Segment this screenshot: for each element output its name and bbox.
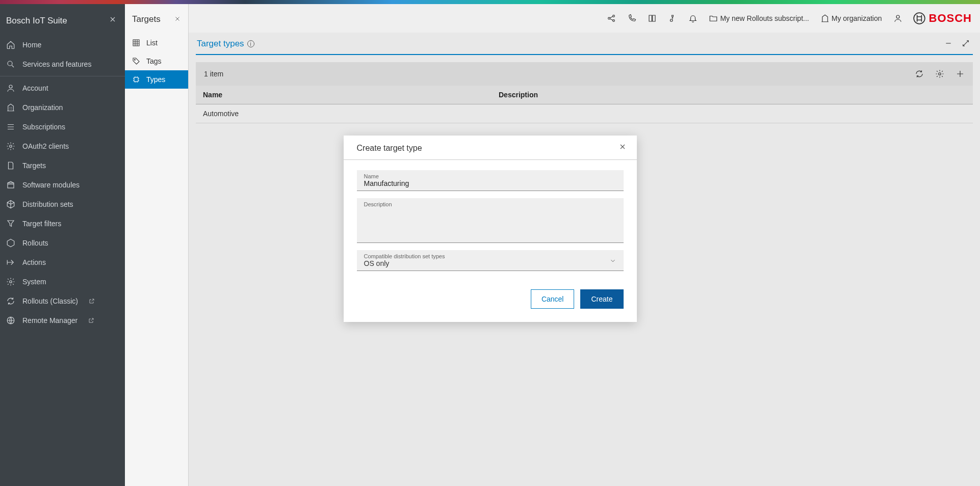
grid-icon	[132, 39, 140, 47]
filter-icon	[6, 219, 15, 228]
brand-stripe	[0, 0, 980, 4]
table-header: Name Description	[196, 86, 973, 104]
sidebar-item-label: Software modules	[22, 181, 80, 189]
description-label: Description	[364, 201, 616, 207]
subpanel-item-types[interactable]: Types	[125, 70, 188, 89]
tag-icon	[132, 57, 140, 65]
sidebar-item-subscriptions[interactable]: Subscriptions	[0, 117, 125, 137]
name-input[interactable]	[364, 179, 616, 187]
sidebar-item-label: Target filters	[22, 220, 61, 228]
sidebar-item-oauth[interactable]: OAuth2 clients	[0, 137, 125, 156]
col-description[interactable]: Description	[492, 86, 973, 104]
subpanel-close-icon[interactable]	[174, 15, 181, 24]
user-menu-icon[interactable]	[889, 11, 907, 26]
col-name[interactable]: Name	[196, 86, 492, 104]
description-field-wrapper: Description	[357, 198, 624, 243]
modal-close-icon[interactable]	[618, 143, 627, 153]
sidebar-item-label: Targets	[22, 161, 46, 170]
sidebar-item-actions[interactable]: Actions	[0, 253, 125, 272]
subpanel-title: Targets	[132, 14, 161, 24]
cube-icon	[6, 200, 15, 209]
svg-rect-3	[8, 183, 14, 188]
types-table: Name Description Automotive	[196, 86, 973, 123]
sidebar-item-label: Actions	[22, 258, 46, 266]
subpanel-item-list[interactable]: List	[125, 34, 188, 52]
sidebar-item-services[interactable]: Services and features	[0, 55, 125, 74]
sidebar-item-target-filters[interactable]: Target filters	[0, 214, 125, 233]
cube-icon	[6, 238, 15, 248]
list-icon	[6, 122, 15, 131]
modal-title: Create target type	[357, 144, 422, 153]
sidebar-item-label: Subscriptions	[22, 123, 65, 131]
sidebar-item-targets[interactable]: Targets	[0, 156, 125, 175]
phone-icon[interactable]	[623, 11, 640, 26]
divider	[0, 76, 125, 76]
search-icon	[6, 60, 15, 69]
sidebar-item-distribution-sets[interactable]: Distribution sets	[0, 195, 125, 214]
gear-icon	[6, 142, 15, 151]
svg-point-1	[9, 85, 12, 88]
sidebar-item-label: System	[22, 278, 46, 286]
folder-icon	[709, 14, 718, 23]
org-selector[interactable]: My organization	[816, 11, 886, 26]
share-icon[interactable]	[603, 11, 620, 26]
subpanel-item-label: List	[146, 39, 158, 47]
bosch-symbol-icon	[913, 12, 926, 25]
sidebar-item-rollouts[interactable]: Rollouts	[0, 233, 125, 253]
svg-rect-8	[134, 77, 138, 82]
info-icon[interactable]: i	[247, 40, 254, 47]
home-icon	[6, 40, 15, 49]
globe-icon	[6, 316, 15, 325]
sidebar-item-software-modules[interactable]: Software modules	[0, 175, 125, 195]
svg-point-12	[896, 15, 899, 18]
bosch-logo: BOSCH	[913, 12, 972, 25]
table-row[interactable]: Automotive	[196, 104, 973, 123]
subscription-selector[interactable]: My new Rollouts subscript...	[705, 11, 813, 26]
panel-toolbar: 1 item	[196, 62, 973, 86]
brand-text: BOSCH	[929, 12, 972, 25]
add-icon[interactable]	[956, 69, 965, 78]
sidebar-item-system[interactable]: System	[0, 272, 125, 291]
file-icon	[6, 161, 15, 170]
bell-icon[interactable]	[684, 11, 702, 26]
subpanel-item-tags[interactable]: Tags	[125, 52, 188, 70]
svg-point-2	[10, 145, 12, 148]
sidebar-item-remote-manager[interactable]: Remote Manager	[0, 311, 125, 330]
user-icon	[6, 84, 15, 93]
compat-field-wrapper[interactable]: Compatible distribution set types OS onl…	[357, 250, 624, 271]
org-icon	[6, 103, 15, 112]
sidebar-item-label: OAuth2 clients	[22, 142, 69, 150]
svg-point-7	[134, 59, 135, 60]
cancel-button[interactable]: Cancel	[531, 289, 575, 309]
settings-icon[interactable]	[935, 69, 944, 78]
refresh-icon	[6, 296, 15, 306]
sidebar-item-label: Services and features	[22, 60, 91, 68]
sidebar-close-icon[interactable]	[109, 15, 117, 26]
description-input[interactable]	[364, 207, 616, 238]
create-button[interactable]: Create	[580, 289, 623, 309]
book-icon[interactable]	[643, 11, 661, 26]
sidebar-item-organization[interactable]: Organization	[0, 98, 125, 117]
sidebar-item-rollouts-classic[interactable]: Rollouts (Classic)	[0, 291, 125, 311]
name-field-wrapper: Name	[357, 170, 624, 191]
subscription-label: My new Rollouts subscript...	[720, 14, 809, 22]
sidebar-item-account[interactable]: Account	[0, 78, 125, 98]
legal-icon[interactable]	[664, 11, 681, 26]
section-header: Target types i	[189, 33, 980, 54]
minimize-icon[interactable]	[944, 39, 952, 49]
svg-point-14	[939, 73, 941, 75]
org-label: My organization	[832, 14, 882, 22]
gear-icon	[6, 277, 15, 286]
refresh-icon[interactable]	[915, 69, 924, 78]
expand-icon[interactable]	[962, 39, 970, 49]
sidebar-item-label: Remote Manager	[22, 316, 78, 325]
compat-value: OS only	[364, 259, 616, 267]
sidebar-item-home[interactable]: Home	[0, 35, 125, 55]
send-icon	[6, 258, 15, 267]
sidebar-item-label: Organization	[22, 103, 63, 112]
section-underline	[196, 54, 973, 55]
section-title: Target types i	[197, 39, 254, 49]
chip-icon	[132, 75, 140, 84]
sidebar-menu: Home Services and features Account Organ…	[0, 35, 125, 330]
org-icon	[820, 14, 830, 23]
